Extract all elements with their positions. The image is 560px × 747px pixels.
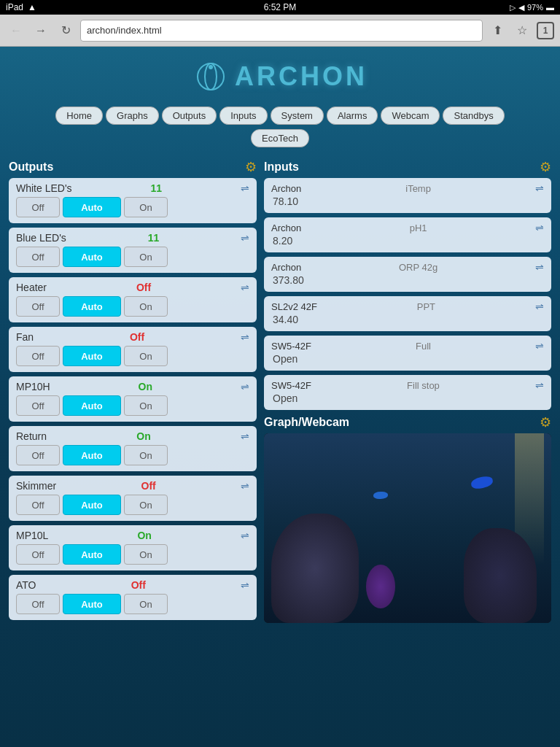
carrier-label: iPad (6, 2, 23, 12)
output-slider-icon[interactable]: ⇌ (241, 331, 249, 343)
nav-home[interactable]: Home (55, 107, 103, 125)
input-slider-icon[interactable]: ⇌ (535, 261, 544, 273)
output-item-mp10h: MP10H On ⇌ Off Auto On (9, 376, 257, 422)
input-slider-icon[interactable]: ⇌ (535, 182, 544, 194)
output-auto-btn[interactable]: Auto (63, 594, 121, 614)
columns: Outputs ⚙ White LED's 11 ⇌ Off Auto On B… (9, 159, 551, 624)
output-slider-icon[interactable]: ⇌ (241, 480, 249, 492)
tab-count[interactable]: 1 (537, 22, 554, 39)
output-on-btn[interactable]: On (124, 296, 168, 317)
nav-ecotech[interactable]: EcoTech (251, 129, 309, 147)
output-on-btn[interactable]: On (124, 495, 168, 515)
output-name: ATO (16, 579, 36, 591)
aquarium-bg (264, 433, 551, 623)
input-slider-icon[interactable]: ⇌ (535, 301, 544, 312)
output-on-btn[interactable]: On (124, 346, 168, 366)
address-bar[interactable]: archon/index.html (80, 20, 483, 42)
input-slider-icon[interactable]: ⇌ (535, 340, 544, 352)
output-slider-icon[interactable]: ⇌ (241, 530, 249, 541)
output-on-btn[interactable]: On (124, 197, 168, 217)
output-off-btn[interactable]: Off (16, 495, 60, 515)
output-off-btn[interactable]: Off (16, 445, 60, 465)
input-top: SL2v2 42F PPT ⇌ (271, 301, 544, 312)
output-item-skimmer: Skimmer Off ⇌ Off Auto On (9, 476, 257, 521)
input-value: 8.20 (271, 235, 544, 247)
output-item-blueled's: Blue LED's 11 ⇌ Off Auto On (9, 228, 257, 273)
output-on-btn[interactable]: On (124, 247, 168, 267)
bookmark-button[interactable]: ☆ (512, 20, 532, 41)
output-off-btn[interactable]: Off (16, 346, 60, 366)
nav-system[interactable]: System (271, 107, 324, 125)
output-item-return: Return On ⇌ Off Auto On (9, 426, 257, 471)
nav-alarms[interactable]: Alarms (327, 107, 378, 125)
output-name: Fan (16, 331, 34, 343)
output-item-ato: ATO Off ⇌ Off Auto On (9, 575, 257, 620)
output-auto-btn[interactable]: Auto (63, 395, 121, 416)
output-slider-icon[interactable]: ⇌ (241, 232, 249, 244)
outputs-panel: Outputs ⚙ White LED's 11 ⇌ Off Auto On B… (9, 159, 257, 624)
output-slider-icon[interactable]: ⇌ (241, 579, 249, 591)
back-button[interactable]: ← (6, 20, 26, 41)
output-off-btn[interactable]: Off (16, 395, 60, 416)
output-on-btn[interactable]: On (124, 544, 168, 565)
webcam-image (264, 433, 551, 623)
logo-icon (192, 58, 229, 95)
input-source: SW5-42F (271, 380, 311, 391)
input-slider-icon[interactable]: ⇌ (535, 222, 544, 233)
outputs-gear-icon[interactable]: ⚙ (245, 159, 257, 175)
output-slider-icon[interactable]: ⇌ (241, 282, 249, 293)
output-auto-btn[interactable]: Auto (63, 197, 121, 217)
battery-icon: ▬ (546, 3, 554, 12)
output-off-btn[interactable]: Off (16, 544, 60, 565)
outputs-title: Outputs (9, 160, 53, 174)
nav-outputs[interactable]: Outputs (162, 107, 217, 125)
input-name: pH1 (410, 222, 427, 233)
output-controls: Off Auto On (16, 395, 249, 416)
output-slider-icon[interactable]: ⇌ (241, 381, 249, 392)
input-value: 373.80 (271, 274, 544, 286)
input-name: PPT (417, 301, 435, 312)
output-name: MP10L (16, 530, 48, 541)
location-icon: ▷ (510, 3, 516, 12)
nav-row-sub: EcoTech (9, 129, 551, 155)
nav-inputs[interactable]: Inputs (219, 107, 267, 125)
output-top: MP10H On ⇌ (16, 381, 249, 392)
input-value: Open (271, 392, 544, 404)
reload-button[interactable]: ↻ (55, 20, 76, 41)
output-off-btn[interactable]: Off (16, 197, 60, 217)
inputs-gear-icon[interactable]: ⚙ (540, 159, 551, 175)
output-auto-btn[interactable]: Auto (63, 346, 121, 366)
forward-button[interactable]: → (31, 20, 51, 41)
nav-webcam[interactable]: Webcam (381, 107, 440, 125)
share-button[interactable]: ⬆ (487, 20, 508, 41)
output-off-btn[interactable]: Off (16, 296, 60, 317)
output-top: Return On ⇌ (16, 430, 249, 442)
output-item-mp10l: MP10L On ⇌ Off Auto On (9, 525, 257, 570)
webcam-gear-icon[interactable]: ⚙ (540, 414, 551, 430)
output-auto-btn[interactable]: Auto (63, 445, 121, 465)
output-on-btn[interactable]: On (124, 594, 168, 614)
output-on-btn[interactable]: On (124, 445, 168, 465)
input-slider-icon[interactable]: ⇌ (535, 379, 544, 391)
input-top: Archon iTemp ⇌ (271, 182, 544, 194)
logo-text: ARCHON (235, 61, 368, 92)
output-off-btn[interactable]: Off (16, 247, 60, 267)
input-name: iTemp (405, 183, 431, 194)
output-controls: Off Auto On (16, 197, 249, 217)
aquarium-rock (271, 514, 359, 623)
output-status: Off (131, 579, 146, 591)
output-slider-icon[interactable]: ⇌ (241, 182, 249, 194)
output-off-btn[interactable]: Off (16, 594, 60, 614)
input-value: Open (271, 353, 544, 365)
nav-standbys[interactable]: Standbys (443, 107, 504, 125)
nav-graphs[interactable]: Graphs (106, 107, 159, 125)
output-auto-btn[interactable]: Auto (63, 544, 121, 565)
output-item-fan: Fan Off ⇌ Off Auto On (9, 327, 257, 372)
output-auto-btn[interactable]: Auto (63, 247, 121, 267)
output-auto-btn[interactable]: Auto (63, 296, 121, 317)
output-on-btn[interactable]: On (124, 395, 168, 416)
output-slider-icon[interactable]: ⇌ (241, 430, 249, 442)
output-status: 11 (148, 232, 160, 244)
output-auto-btn[interactable]: Auto (63, 495, 121, 515)
input-source: Archon (271, 262, 301, 273)
